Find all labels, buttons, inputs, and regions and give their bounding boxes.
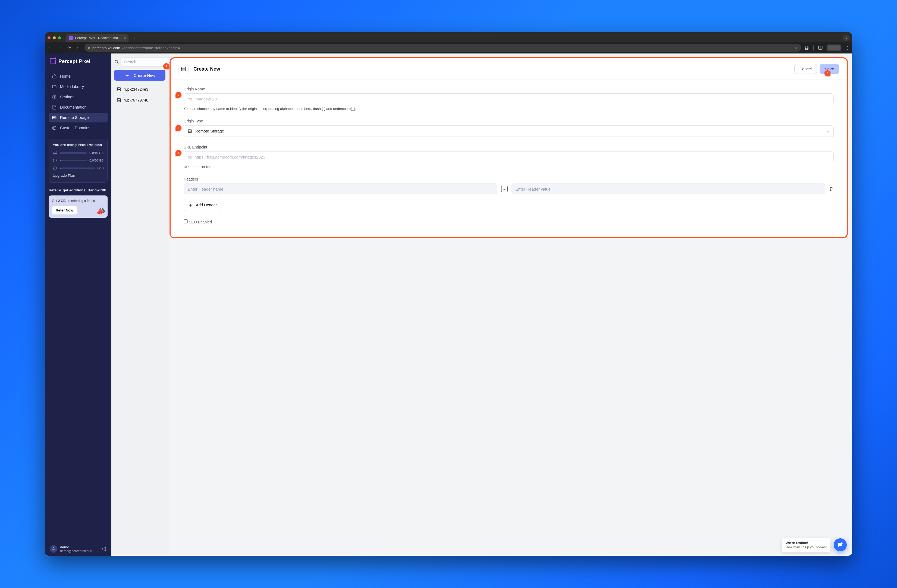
logout-button[interactable] bbox=[102, 547, 107, 551]
sidebar-item-label: Remote Storage bbox=[60, 115, 89, 120]
profile-badge[interactable] bbox=[827, 45, 841, 51]
server-icon bbox=[178, 64, 188, 74]
field-label: Origin Name bbox=[184, 87, 834, 91]
storage-list-column: 1 ＋ Create New wp-234724e3 wp-76779748 bbox=[112, 53, 168, 556]
form: 2 Origin Name You can choose any name to… bbox=[171, 80, 847, 229]
browser-tab[interactable]: Percept Pixel - Realtime Ima… × bbox=[66, 34, 129, 42]
tabs-dropdown-button[interactable]: ⌄ bbox=[843, 35, 850, 41]
back-button[interactable]: ← bbox=[47, 45, 54, 50]
refer-text: Get 2 GB on referring a friend bbox=[52, 199, 104, 203]
cancel-button[interactable]: Cancel bbox=[794, 64, 817, 74]
site-info-icon[interactable]: ⧉ bbox=[88, 46, 90, 50]
logo-mark-icon bbox=[50, 58, 56, 64]
header-name-input[interactable] bbox=[184, 183, 497, 194]
upgrade-plan-link[interactable]: Upgrade Plan bbox=[53, 174, 104, 177]
home-icon bbox=[52, 74, 57, 79]
sidebar-item-label: Custom Domains bbox=[60, 126, 90, 130]
header-value-input[interactable] bbox=[511, 183, 825, 194]
maximize-window-button[interactable] bbox=[58, 37, 61, 39]
reload-button[interactable]: ⟳ bbox=[66, 45, 72, 50]
sidebar-item-settings[interactable]: Settings bbox=[49, 92, 107, 102]
usage-bar bbox=[60, 160, 87, 161]
toolbar: ← → ⟳ ⌂ ⧉ perceptpixel.com/dashboard/rem… bbox=[45, 42, 852, 53]
server-icon bbox=[116, 87, 121, 92]
svg-point-18 bbox=[118, 99, 118, 99]
user-name: demo bbox=[60, 545, 99, 549]
svg-point-2 bbox=[54, 96, 55, 98]
sidebar-item-home[interactable]: Home bbox=[49, 72, 107, 81]
storage-item-label: wp-76779748 bbox=[124, 98, 148, 102]
field-hint: You can choose any name to identify the … bbox=[184, 107, 834, 111]
plan-usage-row: 0.0/10 GB bbox=[53, 151, 104, 155]
favicon-icon bbox=[69, 36, 73, 40]
plus-icon: ＋ bbox=[124, 72, 130, 79]
panel-title: Create New bbox=[193, 66, 220, 72]
sidebar: Percept Pixel Home Media Library Setting… bbox=[45, 53, 112, 556]
seo-enabled-checkbox[interactable]: SEO Enabled bbox=[184, 219, 834, 224]
delete-header-button[interactable] bbox=[829, 186, 834, 191]
url-path: /dashboard/remote-storage?name= bbox=[122, 46, 180, 50]
close-window-button[interactable] bbox=[47, 37, 51, 39]
sidebar-item-label: Settings bbox=[60, 95, 74, 99]
svg-point-22 bbox=[182, 68, 182, 69]
field-seo: SEO Enabled bbox=[184, 219, 834, 224]
plus-icon: ＋ bbox=[188, 202, 193, 208]
refer-heading: Refer & get additional Bandwidth bbox=[49, 188, 107, 192]
sidebar-nav: Home Media Library Settings Documentatio… bbox=[49, 72, 107, 133]
usage-value: 0.0/10 GB bbox=[89, 151, 104, 154]
extensions-icon[interactable] bbox=[804, 46, 809, 50]
create-new-button[interactable]: ＋ Create New bbox=[114, 70, 165, 81]
storage-icon bbox=[52, 115, 57, 120]
globe-icon bbox=[52, 125, 57, 130]
annotation-callout-4: 4 bbox=[176, 150, 181, 156]
field-url-endpoint: 4 URL Endpoint URL endpoint link. bbox=[184, 145, 834, 169]
svg-point-19 bbox=[118, 101, 118, 102]
window-controls bbox=[47, 37, 61, 39]
url-endpoint-input[interactable] bbox=[184, 151, 834, 162]
refer-now-button[interactable]: Refer Now bbox=[52, 206, 77, 214]
close-tab-icon[interactable]: × bbox=[124, 36, 126, 40]
field-label: Headers bbox=[184, 177, 834, 181]
origin-name-input[interactable] bbox=[184, 93, 834, 104]
address-bar[interactable]: ⧉ perceptpixel.com/dashboard/remote-stor… bbox=[84, 44, 801, 52]
chat-launcher-button[interactable] bbox=[834, 538, 847, 551]
brand-logo[interactable]: Percept Pixel bbox=[49, 58, 107, 64]
user-row: demo demo@perceptpixel.c… bbox=[49, 542, 107, 553]
annotation-callout-3: 3 bbox=[176, 125, 181, 131]
origin-type-select[interactable]: Remote Storage ⌄ bbox=[184, 125, 834, 137]
brand-name: Percept Pixel bbox=[58, 58, 90, 64]
sidebar-item-custom-domains[interactable]: Custom Domains bbox=[49, 123, 107, 133]
kebab-menu-icon[interactable]: ⋮ bbox=[845, 45, 850, 50]
chat-bubble[interactable]: We're Online! How may I help you today? bbox=[782, 538, 830, 552]
sidebar-item-media-library[interactable]: Media Library bbox=[49, 82, 107, 92]
svg-point-23 bbox=[182, 70, 182, 70]
avatar[interactable] bbox=[50, 545, 57, 553]
sidebar-item-remote-storage[interactable]: Remote Storage bbox=[49, 113, 107, 122]
arrow-right-into-box-icon: →] bbox=[501, 186, 508, 192]
usage-value: 0.0/50 GB bbox=[89, 159, 104, 162]
svg-point-15 bbox=[118, 90, 118, 91]
annotation-callout-2: 2 bbox=[176, 92, 181, 98]
svg-point-10 bbox=[115, 60, 118, 63]
seo-label: SEO Enabled bbox=[189, 220, 212, 224]
upload-icon bbox=[53, 151, 58, 155]
sidebar-item-documentation[interactable]: Documentation bbox=[49, 102, 107, 112]
plan-heading: You are using Pixel Pro plan bbox=[53, 143, 104, 147]
seo-checkbox-input[interactable] bbox=[184, 219, 188, 223]
search-icon bbox=[114, 60, 119, 64]
storage-item[interactable]: wp-234724e3 bbox=[114, 84, 165, 95]
minimize-window-button[interactable] bbox=[53, 37, 56, 39]
bookmark-icon[interactable]: ☆ bbox=[794, 46, 798, 50]
add-header-button[interactable]: ＋ Add Header bbox=[184, 199, 221, 211]
new-tab-button[interactable]: + bbox=[131, 35, 138, 41]
sidepanel-icon[interactable] bbox=[818, 45, 823, 50]
home-button[interactable]: ⌂ bbox=[75, 45, 81, 50]
chat-line1: We're Online! bbox=[785, 541, 827, 545]
field-label: Origin Type bbox=[184, 119, 834, 123]
storage-item[interactable]: wp-76779748 bbox=[114, 95, 165, 105]
gauge-icon bbox=[53, 158, 58, 163]
chat-widget: We're Online! How may I help you today? bbox=[782, 538, 847, 552]
header-row: →] bbox=[184, 183, 834, 194]
forward-button[interactable]: → bbox=[57, 45, 63, 50]
origin-type-value: Remote Storage bbox=[195, 129, 224, 133]
